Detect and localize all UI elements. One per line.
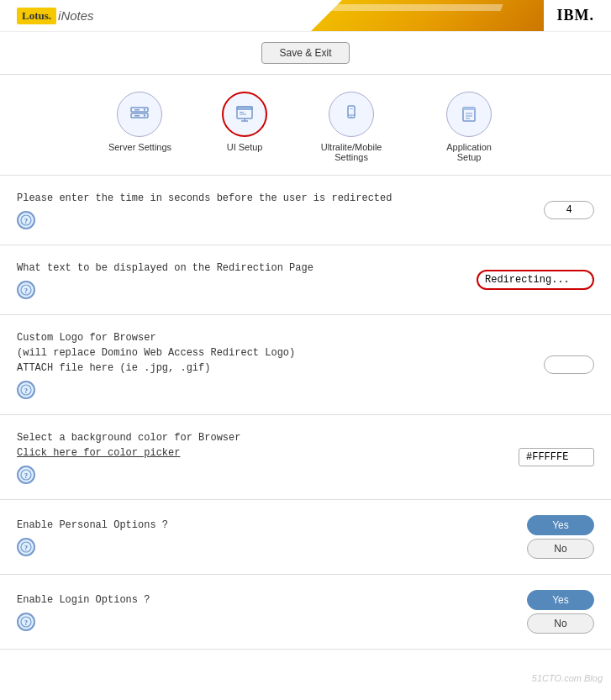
personal-options-yes-button[interactable]: Yes — [527, 515, 594, 535]
save-exit-area: Save & Exit — [0, 32, 611, 75]
svg-rect-5 — [134, 115, 140, 117]
background-color-row: Select a background color for Browser Cl… — [0, 415, 611, 500]
color-picker-link[interactable]: Click here for color picker — [17, 447, 180, 459]
personal-options-label-area: Enable Personal Options ? ? — [17, 518, 477, 556]
header: Lotus. iNotes IBM. — [0, 0, 611, 32]
help-icon-1: ? — [17, 211, 35, 229]
svg-text:?: ? — [24, 545, 28, 552]
svg-text:?: ? — [24, 472, 28, 480]
redirect-text-row: What text to be displayed on the Redirec… — [0, 245, 611, 315]
nav-icons: Server Settings UI Setup Ultralite/Mobil… — [0, 75, 611, 176]
nav-item-ultralite[interactable]: Ultralite/Mobile Settings — [318, 92, 385, 162]
custom-logo-input[interactable] — [544, 355, 594, 374]
help-icon-6: ? — [17, 613, 35, 631]
help-icon-3: ? — [17, 381, 35, 399]
svg-rect-8 — [240, 112, 244, 113]
redirect-time-label-area: Please enter the time in seconds before … — [17, 191, 477, 229]
redirect-text-input[interactable] — [477, 270, 594, 290]
custom-logo-help-btn[interactable]: ? — [17, 381, 35, 399]
login-options-yes-button[interactable]: Yes — [527, 590, 594, 610]
server-settings-icon — [117, 92, 162, 137]
custom-logo-value-area — [477, 355, 594, 374]
nav-label-ui-setup: UI Setup — [227, 142, 263, 152]
watermark: 51CTO.com Blog — [532, 673, 603, 683]
ui-setup-icon — [222, 92, 267, 137]
banner-stripe — [291, 4, 503, 11]
logo-area: Lotus. iNotes — [17, 8, 94, 24]
help-icon-2: ? — [17, 281, 35, 299]
svg-rect-12 — [348, 106, 355, 118]
content-area: Please enter the time in seconds before … — [0, 176, 611, 650]
custom-logo-label: Custom Logo for Browser(will replace Dom… — [17, 330, 460, 376]
redirect-time-value-area — [477, 201, 594, 219]
nav-label-server-settings: Server Settings — [108, 142, 171, 152]
personal-options-label: Enable Personal Options ? — [17, 518, 460, 533]
svg-text:?: ? — [24, 218, 28, 225]
svg-point-14 — [350, 116, 352, 118]
svg-rect-9 — [240, 114, 246, 115]
personal-options-no-button[interactable]: No — [527, 539, 594, 559]
login-options-no-button[interactable]: No — [527, 613, 594, 634]
redirect-time-help-btn[interactable]: ? — [17, 211, 35, 229]
background-color-label-area: Select a background color for Browser Cl… — [17, 430, 477, 484]
logo-lotus: Lotus. — [17, 8, 56, 24]
svg-rect-7 — [237, 107, 252, 109]
redirect-text-help-btn[interactable]: ? — [17, 281, 35, 299]
login-options-value-area: Yes No — [477, 590, 594, 634]
save-exit-button[interactable]: Save & Exit — [261, 42, 349, 64]
login-options-label-area: Enable Login Options ? ? — [17, 592, 477, 631]
redirect-time-row: Please enter the time in seconds before … — [0, 176, 611, 245]
svg-text:?: ? — [24, 387, 28, 395]
background-color-value-area — [477, 448, 594, 466]
svg-text:?: ? — [24, 287, 28, 295]
background-color-input[interactable] — [519, 448, 594, 466]
svg-rect-17 — [463, 108, 475, 110]
application-setup-icon — [446, 92, 492, 137]
background-color-label: Select a background color for Browser Cl… — [17, 430, 460, 461]
background-color-text: Select a background color for Browser — [17, 432, 240, 444]
svg-point-2 — [144, 108, 145, 110]
ultralite-icon — [329, 92, 374, 137]
personal-options-value-area: Yes No — [477, 515, 594, 559]
redirect-time-input[interactable] — [544, 201, 594, 219]
header-banner — [168, 0, 544, 31]
personal-options-row: Enable Personal Options ? ? Yes No — [0, 500, 611, 575]
svg-text:?: ? — [24, 619, 28, 627]
nav-label-application-setup: Application Setup — [435, 142, 503, 162]
custom-logo-label-area: Custom Logo for Browser(will replace Dom… — [17, 330, 477, 399]
svg-point-3 — [144, 114, 145, 116]
svg-rect-4 — [134, 109, 140, 111]
redirect-text-value-area — [477, 270, 594, 290]
logo-inotes: iNotes — [58, 8, 94, 23]
nav-item-server-settings[interactable]: Server Settings — [108, 92, 171, 162]
personal-options-help-btn[interactable]: ? — [17, 538, 35, 556]
help-icon-5: ? — [17, 538, 35, 556]
nav-item-ui-setup[interactable]: UI Setup — [222, 92, 267, 162]
redirect-text-label: What text to be displayed on the Redirec… — [17, 261, 460, 276]
help-icon-4: ? — [17, 466, 35, 484]
background-color-help-btn[interactable]: ? — [17, 466, 35, 484]
nav-item-application-setup[interactable]: Application Setup — [435, 92, 503, 162]
ibm-logo: IBM. — [557, 7, 595, 24]
svg-rect-15 — [350, 108, 353, 109]
nav-label-ultralite: Ultralite/Mobile Settings — [318, 142, 385, 162]
login-options-help-btn[interactable]: ? — [17, 613, 35, 631]
custom-logo-row: Custom Logo for Browser(will replace Dom… — [0, 315, 611, 415]
login-options-label: Enable Login Options ? — [17, 592, 460, 608]
redirect-text-label-area: What text to be displayed on the Redirec… — [17, 261, 477, 299]
login-options-row: Enable Login Options ? ? Yes No — [0, 575, 611, 650]
redirect-time-label: Please enter the time in seconds before … — [17, 191, 460, 206]
